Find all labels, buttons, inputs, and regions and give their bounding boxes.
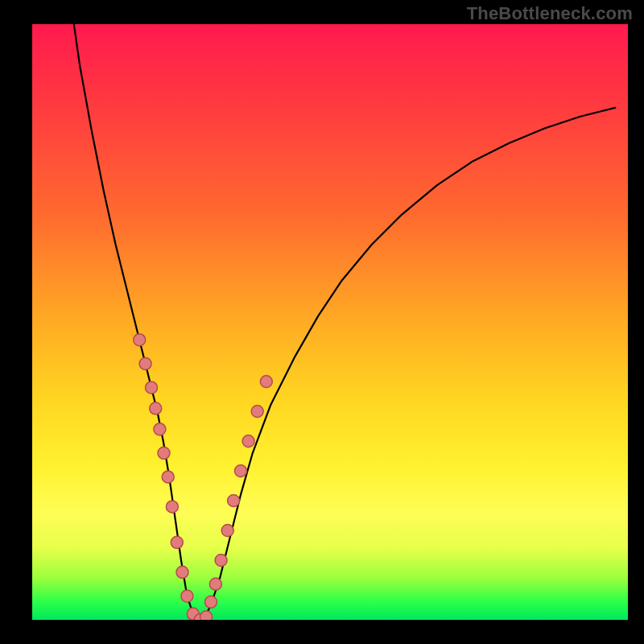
curve-dot [200,611,213,620]
curve-dot [215,555,227,567]
bottleneck-curve [74,24,616,620]
curve-dot [205,596,217,608]
curve-dot [176,566,188,578]
curve-dot [228,495,240,507]
curve-dot [209,578,221,590]
chart-frame: TheBottleneck.com [0,0,644,644]
curve-dot [171,536,183,548]
curve-dot [154,423,166,436]
plot-gradient-area [32,24,628,620]
curve-dot [166,501,178,513]
curve-dot [181,590,193,602]
curve-dot [139,357,151,369]
curve-dot [260,376,272,388]
curve-dot [251,406,263,418]
curve-dots-group [134,334,273,620]
curve-dot [150,402,162,415]
curve-dot [242,436,254,448]
curve-dot [235,465,247,477]
curve-dot [158,447,170,459]
curve-dot [162,471,174,483]
curve-layer [32,24,628,620]
curve-dot [134,334,146,346]
curve-dot [146,382,158,394]
watermark-text: TheBottleneck.com [467,3,633,24]
curve-dot [221,525,233,537]
